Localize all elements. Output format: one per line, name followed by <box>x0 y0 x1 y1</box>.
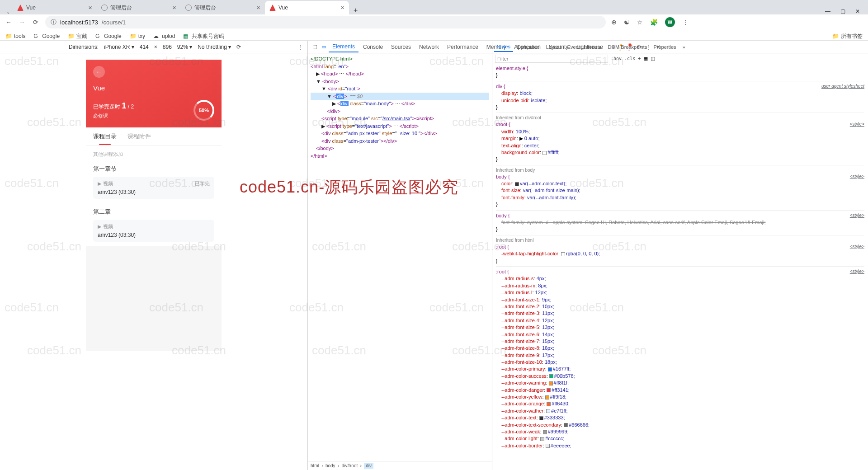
dom-breadcrumb[interactable]: html › body › div#root › div <box>308 461 492 470</box>
bookmark-item[interactable]: ▦共享账号密码 <box>183 33 224 40</box>
bookmark-item[interactable]: ☁uplod <box>153 33 175 39</box>
styles-tabs: Styles Computed Layout Event Listeners D… <box>492 41 868 53</box>
tab-catalog[interactable]: 课程目录 <box>93 132 117 141</box>
new-tab-button[interactable]: + <box>349 6 362 14</box>
lesson-title: amv123 (03:30) <box>98 189 210 195</box>
close-window-icon[interactable]: ✕ <box>855 8 860 14</box>
app-tabs: 课程目录 课程附件 <box>86 127 222 146</box>
forward-button[interactable]: → <box>18 19 26 26</box>
tab-title: Vue <box>26 5 36 11</box>
new-rule-button[interactable]: + <box>638 56 641 61</box>
bookmark-item[interactable]: GGoogle <box>33 33 60 39</box>
inspect-icon[interactable]: ⬚ <box>311 44 319 50</box>
progress-block: 已学完课时 1 / 2 必修课 <box>93 101 134 119</box>
computed-icon[interactable]: ◫ <box>651 56 655 61</box>
device-select[interactable]: iPhone XR ▾ <box>104 44 134 50</box>
browser-tab-3[interactable]: Vue ✕ <box>265 1 349 14</box>
bookmark-item[interactable]: GGoogle <box>95 33 122 39</box>
minimize-icon[interactable]: — <box>825 8 830 14</box>
styles-filter-row: :hov .cls + ▦ ◫ <box>492 53 868 64</box>
lesson-card[interactable]: ▶视频 amv123 (03:30) <box>93 220 214 242</box>
dom-line[interactable]: ▼ <body> <box>311 78 489 85</box>
dom-line[interactable]: <script type="module" src="/src/main.tsx… <box>311 115 489 122</box>
cls-toggle[interactable]: .cls <box>624 56 635 61</box>
tab-network[interactable]: Network <box>415 42 443 52</box>
url-host: localhost:5173 <box>60 19 98 26</box>
dom-line[interactable]: ▶ <head> ⋯ </head> <box>311 70 489 78</box>
styles-panel: Styles Computed Layout Event Listeners D… <box>492 41 868 470</box>
url-input[interactable]: ⓘ localhost:5173/course/1 <box>45 16 606 28</box>
folder-icon: 📁 <box>68 33 74 39</box>
tab-dom-breakpoints[interactable]: DOM Breakpoints <box>605 42 650 52</box>
styles-filter-input[interactable] <box>495 55 608 63</box>
tab-title: 管理后台 <box>194 4 216 12</box>
flex-icon[interactable]: ▦ <box>643 56 648 61</box>
browser-tab-1[interactable]: 管理后台 ✕ <box>97 1 181 14</box>
toggle-device-icon[interactable]: ▭ <box>320 44 328 50</box>
dom-line[interactable]: <div class="adm-px-tester"></div> <box>311 137 489 145</box>
tab-styles[interactable]: Styles <box>494 42 513 52</box>
folder-icon: 📁 <box>5 33 12 39</box>
extensions-icon[interactable]: 🧩 <box>650 19 658 26</box>
browser-tab-0[interactable]: Vue ✕ <box>13 1 97 14</box>
tab-sources[interactable]: Sources <box>387 42 415 52</box>
maximize-icon[interactable]: ▢ <box>840 8 845 14</box>
browser-tab-2[interactable]: 管理后台 ✕ <box>181 1 265 14</box>
dom-line-selected[interactable]: ▼ <div>== $0 <box>311 93 489 100</box>
dom-line[interactable]: </html> <box>311 152 489 160</box>
address-bar: ← → ⟳ ⓘ localhost:5173/course/1 ⊕ ☯ ☆ 🧩 … <box>0 14 868 30</box>
translate-icon[interactable]: ☯ <box>624 19 630 26</box>
media-label: ▶视频 <box>98 180 113 187</box>
dom-line[interactable]: <!DOCTYPE html> <box>311 55 489 63</box>
close-icon[interactable]: ✕ <box>172 5 176 11</box>
height-input[interactable]: 896 <box>163 44 172 50</box>
bookmark-item[interactable]: 📁txy <box>130 33 145 39</box>
dom-line[interactable]: ▶ <div class="main-body"> ⋯ </div> <box>311 100 489 108</box>
hov-toggle[interactable]: :hov <box>611 56 622 61</box>
tab-performance[interactable]: Performance <box>443 42 482 52</box>
reload-button[interactable]: ⟳ <box>32 19 40 26</box>
dom-line[interactable]: <div class="adm-px-tester" style="--size… <box>311 130 489 137</box>
rotate-icon[interactable]: ⟳ <box>236 44 241 50</box>
window-controls: — ▢ ✕ <box>825 8 868 14</box>
tab-listeners[interactable]: Event Listeners <box>565 42 604 52</box>
bookmark-item[interactable]: 📁tools <box>5 33 25 39</box>
throttling-select[interactable]: No throttling ▾ <box>198 44 231 50</box>
dom-line[interactable]: ▼ <div id="root"> <box>311 85 489 93</box>
tab-computed[interactable]: Computed <box>514 42 542 52</box>
kebab-menu-icon[interactable]: ⋮ <box>682 19 689 26</box>
globe-icon <box>101 5 108 11</box>
device-kebab-icon[interactable]: ⋮ <box>297 44 307 50</box>
back-button[interactable]: ← <box>93 66 105 78</box>
styles-rules[interactable]: element.style { } user agent stylesheetd… <box>492 64 868 470</box>
close-icon[interactable]: ✕ <box>256 5 260 11</box>
dom-tree[interactable]: <!DOCTYPE html> <html lang="en"> ▶ <head… <box>308 53 492 461</box>
tab-layout[interactable]: Layout <box>543 42 564 52</box>
tab-attachments[interactable]: 课程附件 <box>127 132 151 141</box>
tab-console[interactable]: Console <box>359 42 387 52</box>
tab-elements[interactable]: Elements <box>329 42 359 52</box>
chapter: 第二章 ▶视频 amv123 (03:30) <box>86 203 222 246</box>
bookmark-icon[interactable]: ☆ <box>637 19 643 26</box>
all-bookmarks-button[interactable]: 📁所有书签 <box>832 33 863 40</box>
tab-menu-caret[interactable]: ⌄ <box>4 9 13 14</box>
info-icon[interactable]: ⓘ <box>51 18 57 26</box>
bookmark-item[interactable]: 📁宝藏 <box>68 33 87 40</box>
dom-line[interactable]: ▶ <script type="text/javascript"> ⋯ </sc… <box>311 122 489 130</box>
close-icon[interactable]: ✕ <box>340 5 344 11</box>
dom-line[interactable]: <html lang="en"> <box>311 63 489 70</box>
profile-avatar[interactable]: W <box>665 17 675 27</box>
install-icon[interactable]: ⊕ <box>611 19 617 26</box>
dom-line[interactable]: </body> <box>311 145 489 152</box>
device-toolbar: Dimensions: iPhone XR ▾ 414 × 896 92% ▾ … <box>0 41 307 53</box>
vue-favicon-icon <box>17 5 24 11</box>
back-button[interactable]: ← <box>5 19 13 26</box>
app-title: Vue <box>93 84 214 92</box>
dom-line[interactable]: </div> <box>311 108 489 115</box>
more-tabs-icon[interactable]: » <box>680 42 688 52</box>
close-icon[interactable]: ✕ <box>88 5 92 11</box>
zoom-select[interactable]: 92% ▾ <box>177 44 192 50</box>
width-input[interactable]: 414 <box>140 44 149 50</box>
lesson-card[interactable]: ▶视频 已学完 amv123 (03:30) <box>93 177 214 199</box>
tab-properties[interactable]: Properties <box>651 42 679 52</box>
